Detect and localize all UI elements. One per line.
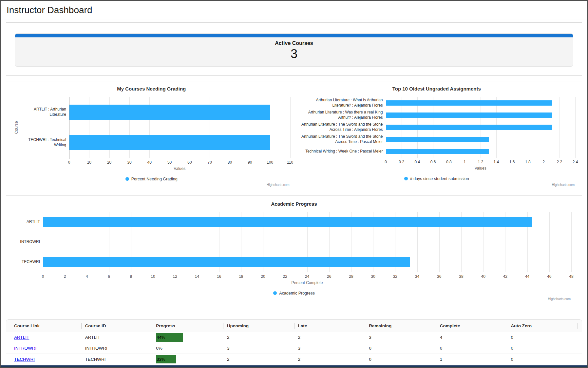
upcoming-cell: 2	[223, 357, 294, 362]
axis-category-label: Arthurian Literature : Was there a real …	[298, 109, 386, 121]
axis-tick-label: 4	[86, 274, 88, 279]
chart-bar[interactable]	[69, 135, 270, 150]
axis-tick-label: 50	[167, 160, 172, 165]
x-axis-title: Values	[69, 165, 290, 172]
column-header-auto-zero: Auto Zero	[507, 320, 578, 332]
column-header-progress: Progress	[152, 320, 223, 332]
legend-label: Academic Progress	[279, 291, 314, 296]
gridline	[575, 97, 576, 158]
legend-item[interactable]: # days since student submission	[404, 176, 469, 181]
axis-tick-label: 90	[248, 160, 252, 165]
axis-tick-label: 44	[525, 274, 529, 279]
chart-bar[interactable]	[69, 105, 270, 120]
chart-title: My Courses Needing Grading	[13, 86, 290, 92]
highcharts-credit[interactable]: Highcharts.com	[552, 183, 575, 187]
axis-tick-label: 30	[371, 274, 375, 279]
axis-tick-label: 100	[267, 160, 273, 165]
x-axis-title-row: Percent Complete	[17, 279, 571, 286]
complete-cell: 1	[436, 357, 507, 362]
legend-item[interactable]: Percent Needing Grading	[125, 177, 178, 181]
chart-bar[interactable]	[386, 149, 489, 154]
courses-table: Course LinkCourse IDProgressUpcomingLate…	[6, 319, 582, 368]
highcharts-credit[interactable]: Highcharts.com	[548, 297, 571, 301]
course-link-cell: TECHWRI	[10, 357, 81, 362]
academic-progress-panel: Academic ProgressARTLITINTROWRITECHWRI02…	[6, 195, 582, 305]
axis-tick-label: 20	[107, 160, 111, 165]
course-id-cell: TECHWRI	[81, 357, 152, 362]
axis-tick-label: 60	[187, 160, 192, 165]
chart-my-courses-needing-grading: My Courses Needing GradingCourseARTLIT :…	[9, 86, 294, 187]
active-courses-panel: Active Courses 3	[6, 22, 582, 76]
course-link[interactable]: INTROWRI	[14, 346, 36, 351]
axis-tick-label: 80	[228, 160, 232, 165]
legend-label: Percent Needing Grading	[131, 177, 178, 181]
table-body: ARTLITARTLIT44%22340INTROWRIINTROWRI0%33…	[6, 332, 582, 365]
upcoming-cell: 3	[223, 346, 294, 351]
axis-tick-label: 12	[173, 274, 177, 279]
chart-top-10-oldest-ungraded-assignments: Top 10 Oldest Ungraded AssignmentsArthur…	[294, 86, 579, 187]
course-id-cell: INTROWRI	[81, 346, 152, 351]
course-link[interactable]: ARTLIT	[14, 335, 29, 340]
axis-tick-label: 0	[68, 160, 70, 165]
plot-area	[43, 212, 571, 272]
axis-category-label: Arthurian Literature : The Sword and the…	[298, 133, 386, 146]
axis-tick-label: 10	[87, 160, 91, 165]
axis-tick-label: 0.6	[430, 160, 436, 164]
gridline	[560, 97, 560, 158]
legend-label: # days since student submission	[410, 176, 469, 181]
highcharts-credit[interactable]: Highcharts.com	[267, 183, 289, 187]
progress-bar: 33%	[156, 355, 176, 363]
axis-tick-label: 16	[217, 274, 221, 279]
axis-tick-label: 1.2	[478, 160, 483, 164]
axis-category-label: ARTLIT	[17, 212, 43, 232]
active-courses-card: Active Courses 3	[15, 33, 573, 67]
chart-legend: Percent Needing Grading	[13, 176, 290, 182]
chart-bar[interactable]	[43, 257, 410, 267]
progress-cell: 44%	[152, 333, 223, 342]
chart-bar[interactable]	[43, 217, 532, 227]
late-cell: 3	[294, 346, 365, 351]
chart-bar[interactable]	[386, 112, 552, 118]
chart-title: Academic Progress	[17, 201, 571, 207]
x-axis: 0246810121416182022242628303234363840424…	[17, 272, 571, 279]
x-axis-ticks: 00.20.40.60.811.21.41.61.822.22.4	[386, 158, 576, 165]
instructor-dashboard-page: Instructor Dashboard Active Courses 3 My…	[0, 0, 588, 368]
axis-tick-label: 6	[108, 274, 110, 279]
axis-tick-label: 0	[385, 160, 387, 164]
chart-bar[interactable]	[386, 125, 552, 130]
complete-cell: 4	[436, 335, 507, 340]
page-title: Instructor Dashboard	[7, 5, 581, 15]
card-body: Active Courses 3	[15, 37, 573, 66]
axis-tick-label: 34	[415, 274, 419, 279]
axis-tick-label: 8	[130, 274, 132, 279]
progress-cell: 0%	[152, 346, 223, 351]
x-axis: 0102030405060708090100110	[13, 158, 290, 165]
course-link[interactable]: TECHWRI	[14, 357, 35, 362]
axis-category-label: INTROWRI	[17, 232, 43, 252]
column-header-course-link: Course Link	[10, 320, 81, 332]
legend-marker-icon	[404, 177, 408, 180]
chart-bar[interactable]	[386, 137, 489, 142]
axis-tick-label: 2.4	[573, 160, 578, 164]
late-cell: 2	[294, 335, 365, 340]
legend-item[interactable]: Academic Progress	[273, 291, 314, 296]
column-header-late: Late	[294, 320, 365, 332]
x-axis-title: Percent Complete	[43, 279, 571, 286]
chart-title: Top 10 Oldest Ungraded Assignments	[298, 86, 576, 92]
chart-legend: Academic Progress	[17, 290, 571, 296]
category-labels: ARTLITINTROWRITECHWRI	[17, 212, 43, 272]
category-labels: ARTLIT : Arthurian LiteratureTECHWRI : T…	[20, 97, 69, 158]
chart-body: ARTLITINTROWRITECHWRI	[17, 212, 571, 272]
plot-area	[386, 97, 576, 158]
axis-tick-label: 1.4	[494, 160, 499, 164]
table-header-row: Course LinkCourse IDProgressUpcomingLate…	[6, 320, 582, 332]
axis-category-label: TECHWRI	[17, 252, 43, 272]
x-axis-title-row: Values	[298, 165, 576, 172]
axis-tick-label: 26	[327, 274, 331, 279]
axis-category-label: Arthurian Literature : What is Arthurian…	[298, 97, 386, 109]
axis-tick-label: 36	[437, 274, 441, 279]
bottom-accent-bar	[1, 365, 587, 367]
axis-tick-label: 2	[64, 274, 66, 279]
chart-bar[interactable]	[386, 100, 552, 106]
auto-zero-cell: 0	[507, 346, 578, 351]
